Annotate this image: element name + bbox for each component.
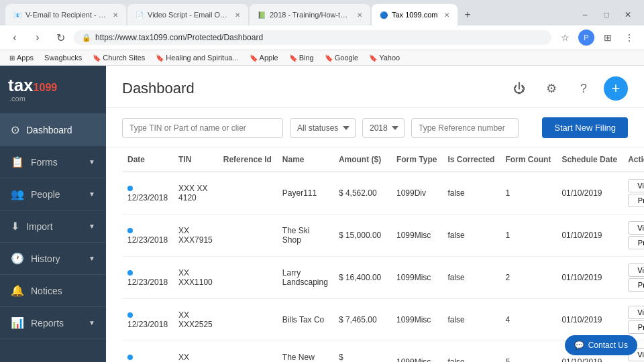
print-button[interactable]: Print: [628, 278, 644, 292]
sidebar-item-import[interactable]: ⬇ Import ▼: [0, 210, 106, 243]
sidebar-item-forms[interactable]: 📋 Forms ▼: [0, 146, 106, 178]
col-amount: Amount ($): [333, 148, 391, 172]
sidebar-item-people[interactable]: 👥 People ▼: [0, 178, 106, 210]
print-button[interactable]: Print: [628, 194, 644, 207]
cell-count: 1: [500, 215, 556, 257]
reload-button[interactable]: ↻: [51, 28, 70, 47]
sidebar-item-dashboard[interactable]: ⊙ Dashboard: [0, 114, 106, 146]
cell-tin: XX XXX1100: [173, 257, 218, 299]
settings-button[interactable]: ⚙: [539, 76, 564, 101]
contact-us-button[interactable]: 💬 Contact Us: [565, 335, 637, 355]
bookmark-church[interactable]: 🔖 Church Sites: [89, 52, 149, 63]
more-button[interactable]: ⋮: [620, 28, 639, 47]
sidebar-item-notices[interactable]: 🔔 Notices: [0, 275, 106, 307]
address-bar[interactable]: 🔒 https://www.tax1099.com/Protected/Dash…: [74, 30, 551, 45]
close-window-button[interactable]: ✕: [617, 4, 639, 25]
sidebar-item-history[interactable]: 🕐 History ▼: [0, 243, 106, 275]
start-new-filing-button[interactable]: Start New Filing: [542, 117, 628, 138]
col-ref: Reference Id: [218, 148, 277, 172]
dashboard-icon: ⊙: [11, 123, 19, 136]
apps-icon: ⊞: [9, 54, 15, 62]
table-row: 12/23/2018 XX XXX7915 The Ski Shop $ 15,…: [122, 215, 644, 257]
bookmark-yahoo[interactable]: 🔖 Yahoo: [365, 52, 404, 63]
bookmarks-bar: ⊞ Apps Swagbucks 🔖 Church Sites 🔖 Healin…: [0, 50, 644, 66]
year-select[interactable]: 2018: [362, 118, 405, 138]
profile-button[interactable]: P: [577, 28, 596, 47]
cell-date: 12/23/2018: [122, 172, 173, 215]
view-button[interactable]: View: [628, 221, 644, 235]
cell-ref: [218, 341, 277, 363]
app-content: tax1099 .com ⊙ Dashboard 📋 Forms ▼ 👥 Peo…: [0, 66, 644, 362]
church-icon: 🔖: [93, 54, 101, 62]
cell-ref: [218, 299, 277, 341]
status-select[interactable]: All statuses: [290, 118, 356, 138]
browser-toolbar: ‹ › ↻ 🔒 https://www.tax1099.com/Protecte…: [0, 25, 644, 50]
print-button[interactable]: Print: [628, 320, 644, 334]
reports-icon: 📊: [11, 316, 24, 329]
cell-actions: View Print: [623, 257, 644, 299]
cell-corrected: false: [442, 257, 500, 299]
table-row: 12/23/2018 XX XXX1100 Larry Landscaping …: [122, 257, 644, 299]
forward-button[interactable]: ›: [28, 28, 47, 47]
back-button[interactable]: ‹: [5, 28, 24, 47]
forms-icon: 📋: [11, 156, 24, 168]
people-arrow-icon: ▼: [89, 190, 95, 198]
tab-vemail[interactable]: 📧 V-Email to Recipient - Google D... ✕: [5, 4, 126, 25]
cell-schedule: 01/10/2019: [556, 172, 623, 215]
table-container: Date TIN Reference Id Name Amount ($) Fo…: [106, 148, 644, 362]
cell-date: 12/23/2018: [122, 299, 173, 341]
bookmark-swagbucks[interactable]: Swagbucks: [40, 52, 86, 63]
sidebar-item-reports[interactable]: 📊 Reports ▼: [0, 307, 106, 339]
bookmark-apple[interactable]: 🔖 Apple: [246, 52, 282, 63]
cell-count: 4: [500, 299, 556, 341]
view-button[interactable]: View: [628, 179, 644, 192]
close-tab-vemail[interactable]: ✕: [113, 11, 118, 19]
cell-form-type: 1099Misc: [391, 257, 442, 299]
power-button[interactable]: ⏻: [507, 76, 531, 101]
col-schedule: Schedule Date: [556, 148, 623, 172]
new-tab-button[interactable]: +: [459, 4, 476, 25]
status-dot: [127, 186, 133, 191]
bookmark-button[interactable]: ☆: [555, 28, 574, 47]
close-tab-tax1099[interactable]: ✕: [444, 11, 449, 19]
view-button[interactable]: View: [628, 263, 644, 277]
status-dot: [127, 228, 133, 233]
col-date: Date: [122, 148, 173, 172]
yahoo-icon: 🔖: [369, 54, 377, 62]
reference-search-input[interactable]: [411, 118, 519, 138]
logo: tax1099 .com: [8, 76, 98, 103]
import-icon: ⬇: [11, 220, 19, 233]
cell-form-type: 1099Misc: [391, 299, 442, 341]
tin-search-input[interactable]: [122, 118, 283, 138]
col-form-type: Form Type: [391, 148, 442, 172]
status-dot: [127, 270, 133, 276]
print-button[interactable]: Print: [628, 236, 644, 249]
cell-amount: $ 1,421,979.00: [333, 341, 391, 363]
add-button[interactable]: +: [604, 76, 628, 101]
import-arrow-icon: ▼: [89, 223, 95, 230]
view-button[interactable]: View: [628, 306, 644, 319]
tab-tax1099[interactable]: 🔵 Tax 1099.com ✕: [372, 4, 458, 25]
cell-form-type: 1099Misc: [391, 341, 442, 363]
minimize-button[interactable]: –: [574, 4, 596, 25]
bookmark-apps[interactable]: ⊞ Apps: [5, 52, 38, 63]
google-icon: 🔖: [325, 54, 333, 62]
bookmark-bing[interactable]: 🔖 Bing: [285, 52, 318, 63]
address-text: https://www.tax1099.com/Protected/Dashbo…: [95, 33, 263, 42]
tab-training[interactable]: 📗 2018 - Training/How-to Video -... ✕: [250, 4, 370, 25]
bookmark-google[interactable]: 🔖 Google: [321, 52, 362, 63]
cell-name: The Ski Shop: [277, 215, 333, 257]
help-button[interactable]: ?: [572, 76, 596, 101]
cell-name: Payer111: [277, 172, 333, 215]
toolbar-actions: ☆ P ⊞ ⋮: [555, 28, 639, 47]
logo-text-com: .com: [9, 95, 25, 103]
main-content: Dashboard ⏻ ⚙ ? + All statuses 2018 Star…: [106, 66, 644, 362]
close-tab-video[interactable]: ✕: [235, 11, 240, 19]
bookmark-healing[interactable]: 🔖 Healing and Spiritua...: [152, 52, 242, 63]
maximize-button[interactable]: □: [596, 4, 617, 25]
close-tab-training[interactable]: ✕: [357, 11, 362, 19]
tab-video-script[interactable]: 📄 Video Script - Email Or USPS Ma... ✕: [127, 4, 248, 25]
cell-tin: XX XXX7895: [173, 341, 218, 363]
logo-text-tax: tax: [8, 75, 34, 95]
extensions-button[interactable]: ⊞: [598, 28, 617, 47]
